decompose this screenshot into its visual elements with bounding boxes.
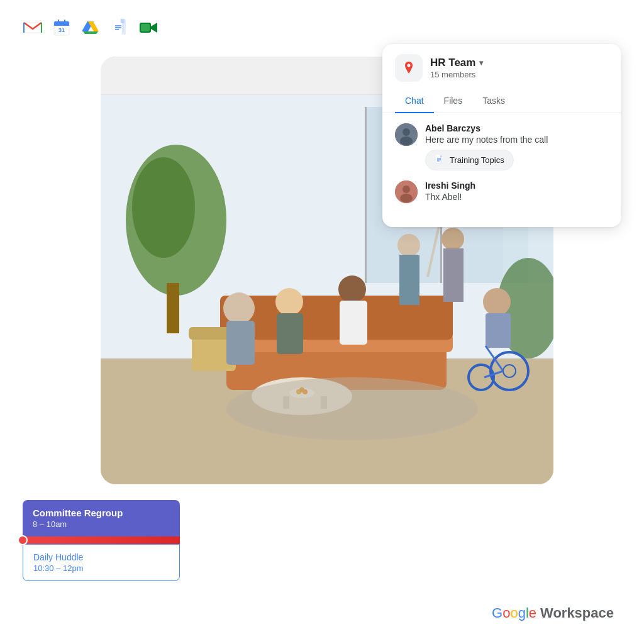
- chat-tabs: Chat Files Tasks: [382, 89, 621, 113]
- event1-time: 8 – 10am: [33, 519, 170, 529]
- calendar-card: Committee Regroup 8 – 10am Daily Huddle …: [23, 500, 180, 581]
- google-drive-icon[interactable]: [80, 18, 101, 38]
- event1-title: Committee Regroup: [33, 508, 170, 518]
- google-e: e: [529, 605, 536, 621]
- svg-point-46: [397, 234, 420, 257]
- message-text-ireshi: Thx Abel!: [425, 192, 609, 202]
- svg-rect-14: [141, 24, 150, 31]
- svg-point-25: [132, 157, 195, 258]
- tab-tasks[interactable]: Tasks: [472, 89, 515, 113]
- chat-group-icon: [395, 54, 423, 82]
- workspace-brand-text: Workspace: [540, 605, 614, 621]
- message-content-abel: Abel Barczys Here are my notes from the …: [425, 123, 609, 170]
- svg-point-60: [408, 64, 411, 67]
- google-docs-icon[interactable]: [109, 18, 130, 38]
- current-time-indicator: [23, 536, 180, 544]
- avatar-ireshi: [395, 180, 418, 203]
- svg-rect-20: [365, 107, 367, 283]
- svg-rect-2: [54, 24, 69, 26]
- svg-rect-49: [443, 248, 464, 302]
- svg-rect-43: [277, 313, 303, 354]
- message-text-abel: Here are my notes from the call: [425, 135, 609, 145]
- svg-point-50: [483, 288, 511, 316]
- tab-chat[interactable]: Chat: [395, 89, 434, 113]
- svg-rect-51: [486, 313, 511, 348]
- sender-ireshi: Ireshi Singh: [425, 180, 609, 191]
- group-name-text: HR Team: [430, 57, 475, 69]
- event2-title: Daily Huddle: [33, 552, 169, 562]
- google-o2: o: [510, 605, 518, 621]
- svg-rect-45: [340, 301, 367, 345]
- google-meet-icon[interactable]: [138, 18, 158, 38]
- google-brand-text: Google: [492, 605, 536, 621]
- svg-point-63: [400, 136, 413, 145]
- svg-rect-41: [226, 321, 255, 365]
- message-content-ireshi: Ireshi Singh Thx Abel!: [425, 180, 609, 207]
- message-item-ireshi: Ireshi Singh Thx Abel!: [395, 180, 609, 207]
- event2-time: 10:30 – 12pm: [33, 564, 169, 573]
- members-count: 15 members: [430, 70, 609, 79]
- google-g: G: [492, 605, 502, 621]
- svg-point-40: [223, 292, 255, 324]
- svg-point-70: [402, 186, 410, 193]
- svg-rect-47: [399, 255, 419, 305]
- google-o1: o: [502, 605, 510, 621]
- svg-point-71: [400, 194, 413, 203]
- svg-point-44: [338, 275, 366, 303]
- attachment-label: Training Topics: [450, 155, 504, 165]
- group-name-dropdown[interactable]: ▾: [479, 58, 483, 67]
- chat-messages: Abel Barczys Here are my notes from the …: [382, 113, 621, 227]
- message-item-abel: Abel Barczys Here are my notes from the …: [395, 123, 609, 170]
- google-calendar-icon[interactable]: 31: [52, 18, 72, 38]
- app-icons-bar: 31: [23, 18, 158, 38]
- chat-group-info: HR Team ▾ 15 members: [430, 57, 609, 79]
- svg-point-62: [402, 128, 410, 136]
- svg-text:31: 31: [58, 27, 65, 33]
- svg-point-42: [275, 288, 303, 316]
- tab-files[interactable]: Files: [434, 89, 473, 113]
- attachment-doc-icon: [435, 154, 445, 166]
- event-committee-regroup[interactable]: Committee Regroup 8 – 10am: [23, 500, 180, 536]
- message-attachment-training[interactable]: Training Topics: [425, 150, 514, 170]
- svg-rect-9: [121, 19, 125, 23]
- google-g2: g: [518, 605, 526, 621]
- gmail-icon[interactable]: [23, 18, 43, 38]
- chat-header: HR Team ▾ 15 members: [382, 44, 621, 89]
- svg-point-59: [226, 377, 478, 440]
- chat-card: HR Team ▾ 15 members Chat Files Tasks Ab…: [382, 44, 621, 227]
- current-time-dot: [18, 535, 28, 545]
- event-daily-huddle[interactable]: Daily Huddle 10:30 – 12pm: [23, 544, 180, 581]
- svg-rect-26: [167, 283, 179, 333]
- chat-group-name: HR Team ▾: [430, 57, 609, 69]
- avatar-abel: [395, 123, 418, 146]
- sender-abel: Abel Barczys: [425, 123, 609, 133]
- google-workspace-brand: Google Workspace: [492, 605, 614, 621]
- svg-point-48: [441, 228, 464, 250]
